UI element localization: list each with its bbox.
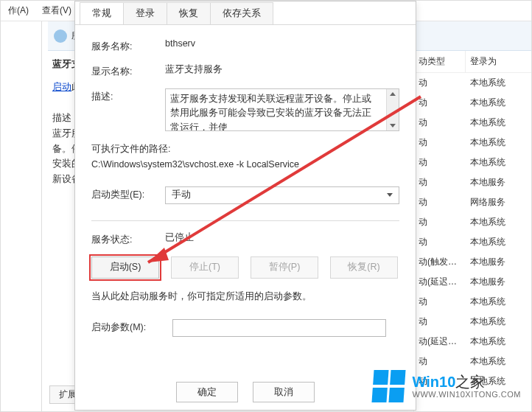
table-row[interactable]: 动本地系统 xyxy=(414,232,531,252)
table-row[interactable]: 动本地服务 xyxy=(414,172,531,192)
service-properties-dialog: 常规 登录 恢复 依存关系 服务名称: bthserv 显示名称: 蓝牙支持服务… xyxy=(74,1,416,411)
resume-button: 恢复(R) xyxy=(330,256,398,279)
menu-view[interactable]: 查看(V) xyxy=(39,3,74,18)
tab-general[interactable]: 常规 xyxy=(80,2,124,24)
tab-logon[interactable]: 登录 xyxy=(123,2,167,24)
stop-button: 停止(T) xyxy=(171,256,239,279)
exe-path-label: 可执行文件的路径: xyxy=(91,142,399,157)
table-row[interactable]: 动(触发…本地服务 xyxy=(414,252,531,272)
pause-button: 暂停(P) xyxy=(251,256,318,279)
table-row[interactable]: 动本地系统 xyxy=(414,212,531,232)
desc-label: 描述: xyxy=(91,88,165,103)
table-row[interactable]: 动(延迟…本地系统 xyxy=(414,332,531,352)
table-row[interactable]: 动本地系统 xyxy=(414,352,531,371)
table-row[interactable]: 动本地系统 xyxy=(414,93,531,113)
ok-button[interactable]: 确定 xyxy=(176,382,238,402)
startup-type-label: 启动类型(E): xyxy=(91,186,165,201)
chevron-down-icon xyxy=(387,193,393,197)
status-label: 服务状态: xyxy=(91,231,165,246)
table-row[interactable]: 动本地系统 xyxy=(414,312,531,332)
table-row[interactable]: 动本地系统 xyxy=(414,113,531,133)
tree-pane xyxy=(1,21,42,411)
table-row[interactable]: 动(延迟…本地服务 xyxy=(414,272,531,292)
disp-name-value: 蓝牙支持服务 xyxy=(165,63,399,76)
startup-type-select[interactable]: 手动 xyxy=(165,186,399,204)
cancel-button[interactable]: 取消 xyxy=(253,382,315,402)
start-params-label: 启动参数(M): xyxy=(91,319,172,334)
services-table: 动类型 登录为 动本地系统动本地系统动本地系统动本地系统动本地系统动本地服务动网… xyxy=(413,51,531,411)
startup-info-text: 当从此处启动服务时，你可指定所适用的启动参数。 xyxy=(91,290,399,303)
start-link[interactable]: 启动 xyxy=(52,82,71,92)
exe-path-value: C:\Windows\system32\svchost.exe -k Local… xyxy=(91,157,399,172)
windows-logo-icon xyxy=(371,370,406,402)
start-button[interactable]: 启动(S) xyxy=(91,256,159,279)
scrollbar[interactable] xyxy=(386,89,399,130)
table-row[interactable]: 动本地系统 xyxy=(414,153,531,172)
col-logon-as[interactable]: 登录为 xyxy=(466,51,531,72)
tab-recovery[interactable]: 恢复 xyxy=(167,2,211,24)
watermark: Win10之家 WWW.WIN10XITONG.COM xyxy=(373,370,521,402)
svc-name-value: bthserv xyxy=(165,38,399,49)
col-startup-type[interactable]: 动类型 xyxy=(414,51,466,72)
table-row[interactable]: 动网络服务 xyxy=(414,192,531,212)
status-value: 已停止 xyxy=(165,231,399,244)
table-row[interactable]: 动本地系统 xyxy=(414,133,531,153)
svc-name-label: 服务名称: xyxy=(91,38,165,53)
menu-action[interactable]: 作(A) xyxy=(5,3,32,18)
tab-depends[interactable]: 依存关系 xyxy=(210,2,273,24)
disp-name-label: 显示名称: xyxy=(91,63,165,78)
start-params-input[interactable] xyxy=(172,319,386,337)
table-row[interactable]: 动本地系统 xyxy=(414,292,531,312)
table-row[interactable]: 动本地系统 xyxy=(414,73,531,93)
description-textbox[interactable]: 蓝牙服务支持发现和关联远程蓝牙设备。停止或禁用此服务可能会导致已安装的蓝牙设备无… xyxy=(165,88,399,131)
